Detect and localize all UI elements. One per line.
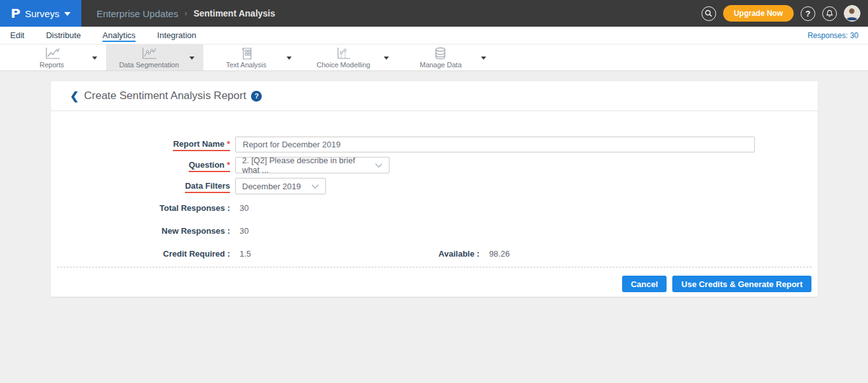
chevron-down-icon[interactable] bbox=[481, 57, 486, 60]
tab-integration[interactable]: Integration bbox=[156, 29, 196, 41]
data-filters-row: Data Filters December 2019 bbox=[51, 178, 818, 194]
notifications-bell-icon[interactable] bbox=[822, 6, 837, 21]
create-report-card: ❮ Create Sentiment Analysis Report ? Rep… bbox=[51, 81, 818, 297]
report-form: Report Name * Question * 2. [Q2] Please … bbox=[51, 111, 818, 259]
generate-report-button[interactable]: Use Credits & Generate Report bbox=[672, 276, 811, 292]
question-row: Question * 2. [Q2] Please describe in br… bbox=[51, 157, 818, 173]
back-icon[interactable]: ❮ bbox=[70, 90, 79, 103]
total-responses-label: Total Responses : bbox=[51, 203, 230, 213]
chevron-down-icon bbox=[311, 184, 319, 189]
chevron-down-icon[interactable] bbox=[92, 57, 97, 60]
toolbar-item-label: Reports bbox=[39, 61, 64, 69]
upgrade-now-button[interactable]: Upgrade Now bbox=[723, 5, 794, 22]
report-name-label: Report Name * bbox=[173, 139, 230, 151]
questionpro-logo-icon: P bbox=[10, 6, 20, 21]
database-icon bbox=[433, 47, 447, 60]
cancel-button[interactable]: Cancel bbox=[622, 276, 667, 292]
question-label: Question * bbox=[189, 160, 230, 172]
breadcrumb-separator-icon: › bbox=[184, 9, 187, 18]
breadcrumb-survey-name[interactable]: Enterprise Updates bbox=[97, 8, 178, 19]
toolbar-item-reports[interactable]: Reports bbox=[9, 44, 106, 71]
chevron-down-icon[interactable] bbox=[287, 57, 292, 60]
data-filters-label: Data Filters bbox=[185, 181, 230, 193]
available-label: Available : bbox=[438, 249, 480, 259]
document-grid-icon bbox=[240, 47, 253, 60]
toolbar-item-label: Text Analysis bbox=[226, 61, 267, 69]
chevron-down-icon[interactable] bbox=[189, 57, 194, 60]
new-responses-label: New Responses : bbox=[51, 226, 230, 236]
data-filters-select-value: December 2019 bbox=[242, 182, 301, 191]
chevron-down-icon bbox=[64, 12, 71, 16]
credit-required-value: 1.5 bbox=[240, 249, 251, 259]
question-select[interactable]: 2. [Q2] Please describe in brief what ..… bbox=[235, 157, 390, 173]
credit-required-row: Credit Required : 1.5 Available : 98.26 bbox=[51, 249, 818, 259]
line-chart-icon bbox=[44, 47, 60, 60]
card-title-row: ❮ Create Sentiment Analysis Report ? bbox=[51, 81, 818, 111]
new-responses-value: 30 bbox=[240, 226, 248, 236]
toolbar-item-manage-data[interactable]: Manage Data bbox=[398, 44, 495, 71]
tab-analytics[interactable]: Analytics bbox=[102, 29, 136, 41]
breadcrumb: Enterprise Updates › Sentiment Analysis bbox=[97, 8, 275, 19]
toolbar-item-text-analysis[interactable]: Text Analysis bbox=[203, 44, 301, 71]
total-responses-value: 30 bbox=[240, 203, 248, 213]
tab-distribute[interactable]: Distribute bbox=[45, 29, 81, 41]
chevron-down-icon bbox=[375, 163, 383, 168]
header-actions: Upgrade Now ? bbox=[702, 0, 860, 27]
question-select-value: 2. [Q2] Please describe in brief what ..… bbox=[242, 156, 369, 175]
toolbar-item-data-segmentation[interactable]: Data Segmentation bbox=[106, 44, 203, 71]
top-header: P Surveys Enterprise Updates › Sentiment… bbox=[0, 0, 868, 27]
toolbar-item-label: Choice Modelling bbox=[316, 61, 370, 69]
toolbar-item-label: Data Segmentation bbox=[119, 61, 179, 69]
user-avatar[interactable] bbox=[844, 5, 860, 22]
chevron-down-icon[interactable] bbox=[384, 57, 389, 60]
toolbar-item-label: Manage Data bbox=[419, 61, 461, 69]
report-name-input[interactable] bbox=[235, 137, 755, 152]
credit-required-label: Credit Required : bbox=[51, 249, 230, 259]
report-name-row: Report Name * bbox=[51, 137, 818, 152]
dot-chart-icon bbox=[336, 47, 351, 60]
title-help-icon[interactable]: ? bbox=[251, 91, 262, 102]
tab-edit[interactable]: Edit bbox=[10, 29, 25, 41]
responses-count[interactable]: Responses: 30 bbox=[808, 31, 858, 40]
breadcrumb-page-title: Sentiment Analysis bbox=[193, 8, 275, 18]
total-responses-row: Total Responses : 30 bbox=[51, 203, 818, 213]
search-icon[interactable] bbox=[702, 6, 716, 21]
toolbar-item-choice-modelling[interactable]: Choice Modelling bbox=[301, 44, 398, 71]
required-asterisk: * bbox=[227, 160, 230, 170]
scatter-chart-icon bbox=[140, 47, 157, 60]
required-asterisk: * bbox=[227, 139, 230, 149]
available-value: 98.26 bbox=[489, 249, 510, 259]
page-title: Create Sentiment Analysis Report bbox=[84, 90, 246, 102]
survey-nav: Edit Distribute Analytics Integration Re… bbox=[0, 27, 868, 44]
help-icon[interactable]: ? bbox=[801, 6, 815, 21]
new-responses-row: New Responses : 30 bbox=[51, 226, 818, 236]
surveys-menu[interactable]: P Surveys bbox=[0, 0, 81, 27]
action-buttons: Cancel Use Credits & Generate Report bbox=[51, 267, 818, 292]
analytics-toolbar: Reports Data Segmentation Text Analysis … bbox=[0, 44, 868, 71]
data-filters-select[interactable]: December 2019 bbox=[235, 178, 326, 194]
product-name: Surveys bbox=[25, 8, 59, 19]
